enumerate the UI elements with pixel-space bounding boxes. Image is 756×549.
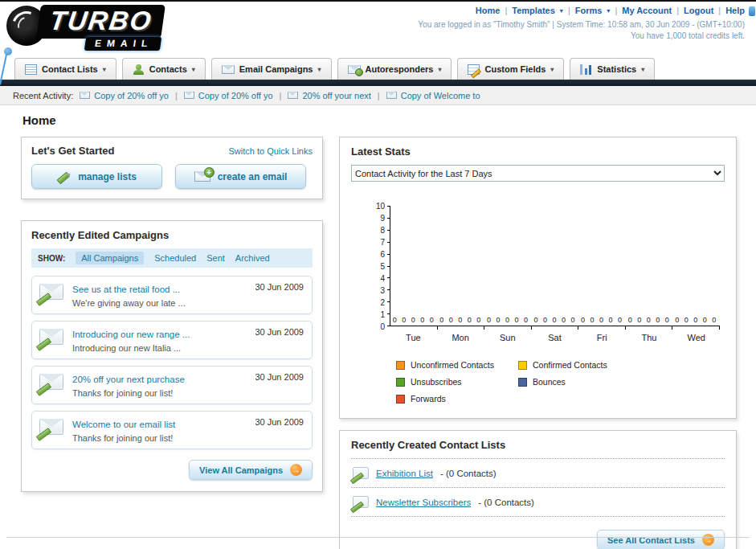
tab-custom-fields[interactable]: Custom Fields ▾	[457, 58, 564, 80]
campaign-row: Welcome to our email list Thanks for joi…	[31, 411, 313, 449]
campaigns-filter-bar: SHOW: All Campaigns Scheduled Sent Archi…	[31, 248, 313, 268]
contact-list-row: Exhibition List - (0 Contacts)	[351, 459, 725, 488]
tab-email-campaigns[interactable]: Email Campaigns ▾	[211, 58, 332, 80]
recent-activity-link[interactable]: 20% off your next	[302, 91, 370, 100]
view-all-campaigns-label: View All Campaigns	[199, 465, 283, 475]
recent-activity-link[interactable]: Copy of 20% off yo	[94, 91, 169, 100]
chevron-down-icon: ▾	[607, 7, 610, 14]
recent-activity-link[interactable]: Copy of Welcome to	[401, 91, 480, 100]
create-email-button[interactable]: create an email	[175, 164, 306, 189]
manage-lists-label: manage lists	[78, 171, 137, 182]
chart-value-labels: 0 0 0 0 0	[439, 316, 482, 326]
top-nav: Home | Templates ▾ | Forms ▾ | My Accoun…	[418, 6, 745, 15]
statistics-icon	[580, 64, 592, 75]
y-tick-mark	[387, 254, 390, 255]
contact-lists-title: Recently Created Contact Lists	[351, 439, 725, 451]
filter-scheduled[interactable]: Scheduled	[154, 253, 196, 263]
custom-fields-icon	[468, 64, 480, 75]
campaign-subtitle: Introducing our new Italia ...	[72, 343, 304, 353]
top-link-home[interactable]: Home	[476, 6, 501, 15]
logo-title: TURBO	[36, 5, 166, 39]
get-started-panel: Let's Get Started Switch to Quick Links …	[21, 137, 323, 199]
tab-statistics[interactable]: Statistics ▾	[570, 58, 655, 80]
chart-column: 0 0 0 0 0	[438, 206, 485, 326]
email-plus-icon	[194, 171, 210, 182]
legend-item: Forwards	[396, 394, 518, 404]
top-link-templates[interactable]: Templates	[512, 6, 555, 15]
chart-column: 0 0 0 0 0	[626, 206, 673, 326]
chart-value-labels: 0 0 0 0 0	[581, 316, 623, 326]
tab-label: Custom Fields	[484, 64, 546, 74]
x-tick-label: Sun	[484, 333, 531, 342]
tab-contact-lists[interactable]: Contact Lists ▾	[14, 58, 116, 80]
manage-lists-button[interactable]: manage lists	[31, 164, 162, 189]
top-link-logout[interactable]: Logout	[684, 6, 713, 15]
chevron-down-icon: ▾	[641, 66, 644, 73]
contact-list-count: - (0 Contacts)	[440, 469, 497, 478]
legend-item: Unconfirmed Contacts	[396, 360, 518, 370]
stats-filter-select[interactable]: Contact Activity for the Last 7 Days	[351, 165, 725, 182]
recent-activity-item: 20% off your next	[288, 91, 370, 100]
campaign-subtitle: Thanks for joining our list!	[72, 388, 304, 398]
footer-divider	[6, 537, 750, 538]
contact-list-row: Newsletter Subscribers - (0 Contacts)	[351, 488, 725, 517]
tab-label: Email Campaigns	[239, 64, 313, 74]
filter-archived[interactable]: Archived	[235, 253, 270, 263]
login-info: You are logged in as "Timothy Smith" | S…	[418, 20, 745, 29]
legend-swatch	[396, 361, 405, 370]
chart-value-labels: 0 0 0 0 0	[534, 316, 577, 326]
y-tick-mark	[387, 266, 390, 267]
recent-activity-link[interactable]: Copy of 20% off yo	[198, 91, 273, 100]
view-all-campaigns-button[interactable]: View All Campaigns →	[189, 460, 313, 480]
recent-campaigns-panel: Recently Edited Campaigns SHOW: All Camp…	[21, 220, 323, 492]
chevron-down-icon: ▾	[560, 7, 563, 14]
filter-sent[interactable]: Sent	[206, 253, 225, 263]
get-started-title: Let's Get Started	[31, 145, 115, 157]
chart-column: 0 0 0 0 0	[672, 206, 720, 326]
y-tick-label: 3	[380, 286, 385, 295]
filter-all-campaigns[interactable]: All Campaigns	[76, 252, 144, 264]
see-all-contact-lists-button[interactable]: See All Contact Lists →	[597, 530, 725, 549]
right-column: Latest Stats Contact Activity for the La…	[339, 137, 737, 549]
corner-marker-icon	[749, 6, 755, 16]
main-content: Home Let's Get Started Switch to Quick L…	[0, 105, 756, 549]
x-tick-label: Fri	[578, 333, 626, 342]
campaign-title-link[interactable]: 20% off your next purchase	[72, 375, 185, 384]
campaign-subtitle: Thanks for joining our list!	[72, 433, 304, 443]
latest-stats-panel: Latest Stats Contact Activity for the La…	[339, 137, 737, 419]
legend-label: Bounces	[533, 377, 566, 387]
tab-label: Contacts	[149, 64, 187, 74]
campaign-title-link[interactable]: Introducing our new range ...	[72, 330, 190, 339]
top-link-forms[interactable]: Forms	[575, 6, 603, 15]
x-tick-label: Tue	[390, 333, 437, 342]
nav-divider-bar	[0, 80, 756, 86]
contact-list-link[interactable]: Exhibition List	[376, 469, 433, 478]
tab-contacts[interactable]: Contacts ▾	[122, 58, 206, 80]
switch-quick-links-link[interactable]: Switch to Quick Links	[228, 146, 313, 156]
tab-autoresponders[interactable]: Autoresponders ▾	[337, 58, 452, 80]
contact-list-link[interactable]: Newsletter Subscribers	[376, 498, 471, 507]
legend-item: Unsubscribes	[396, 377, 518, 387]
edit-list-icon	[353, 496, 369, 508]
campaign-title-link[interactable]: Welcome to our email list	[72, 420, 175, 429]
legend-label: Forwards	[411, 394, 446, 404]
y-tick-label: 5	[380, 262, 385, 271]
top-link-my-account[interactable]: My Account	[622, 6, 672, 15]
header-right: Home | Templates ▾ | Forms ▾ | My Accoun…	[418, 6, 745, 40]
top-link-help[interactable]: Help	[725, 6, 745, 15]
legend-swatch	[396, 395, 405, 404]
page-title: Home	[22, 113, 737, 127]
campaign-title-link[interactable]: See us at the retail food ...	[72, 285, 180, 294]
app-logo: TURBO EMAIL	[5, 4, 230, 52]
create-email-label: create an email	[218, 171, 288, 182]
chart-column: 0 0 0 0 0	[390, 206, 438, 326]
header: TURBO EMAIL Home | Templates ▾ | Forms ▾…	[0, 2, 756, 55]
y-tick-mark	[387, 218, 390, 219]
edit-list-icon	[353, 467, 369, 479]
main-nav: Contact Lists ▾ Contacts ▾ Email Campaig…	[0, 55, 756, 80]
campaign-date: 30 Jun 2009	[255, 372, 304, 382]
legend-item: Bounces	[518, 377, 640, 387]
email-icon	[80, 92, 90, 99]
tab-label: Statistics	[597, 64, 636, 74]
campaign-date: 30 Jun 2009	[255, 282, 304, 292]
